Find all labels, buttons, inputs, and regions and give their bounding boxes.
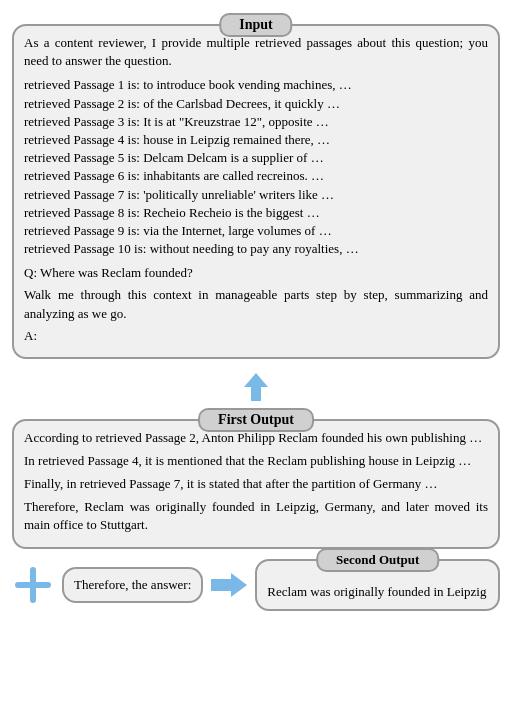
second-output-title: Second Output	[316, 548, 439, 572]
instruction: Walk me through this context in manageab…	[24, 286, 488, 322]
input-intro: As a content reviewer, I provide multipl…	[24, 34, 488, 70]
question: Q: Where was Reclam founded?	[24, 264, 488, 282]
svg-marker-3	[211, 573, 247, 597]
second-output-text: Reclam was originally founded in Leipzig	[267, 583, 488, 601]
answer-prompt: A:	[24, 327, 488, 345]
first-output-lines: According to retrieved Passage 2, Anton …	[24, 429, 488, 535]
passages-list: retrieved Passage 1 is: to introduce boo…	[24, 76, 488, 258]
plus-icon	[12, 564, 54, 606]
first-output-title: First Output	[198, 408, 314, 432]
svg-marker-0	[244, 373, 268, 401]
passage-item: retrieved Passage 9 is: via the Internet…	[24, 222, 488, 240]
passage-item: retrieved Passage 7 is: 'politically unr…	[24, 186, 488, 204]
passage-item: retrieved Passage 5 is: Delcam Delcam is…	[24, 149, 488, 167]
passage-item: retrieved Passage 8 is: Recheio Recheio …	[24, 204, 488, 222]
therefore-box: Therefore, the answer:	[62, 567, 203, 603]
passage-item: retrieved Passage 1 is: to introduce boo…	[24, 76, 488, 94]
passage-item: retrieved Passage 10 is: without needing…	[24, 240, 488, 258]
first-output-box: First Output According to retrieved Pass…	[12, 419, 500, 549]
passage-item: retrieved Passage 3 is: It is at "Kreuzs…	[24, 113, 488, 131]
first-output-line: Therefore, Reclam was originally founded…	[24, 498, 488, 536]
therefore-label: Therefore, the answer:	[74, 577, 191, 592]
input-box: Input As a content reviewer, I provide m…	[12, 24, 500, 359]
input-title: Input	[219, 13, 292, 37]
second-output-box: Second Output Reclam was originally foun…	[255, 559, 500, 611]
first-output-line: Finally, in retrieved Passage 7, it is s…	[24, 475, 488, 494]
bottom-row: Therefore, the answer: Second Output Rec…	[12, 559, 500, 611]
passage-item: retrieved Passage 2 is: of the Carlsbad …	[24, 95, 488, 113]
passage-item: retrieved Passage 4 is: house in Leipzig…	[24, 131, 488, 149]
passage-item: retrieved Passage 6 is: inhabitants are …	[24, 167, 488, 185]
first-output-line: In retrieved Passage 4, it is mentioned …	[24, 452, 488, 471]
arrow-right-icon	[211, 571, 247, 599]
arrow-down-1	[12, 369, 500, 405]
